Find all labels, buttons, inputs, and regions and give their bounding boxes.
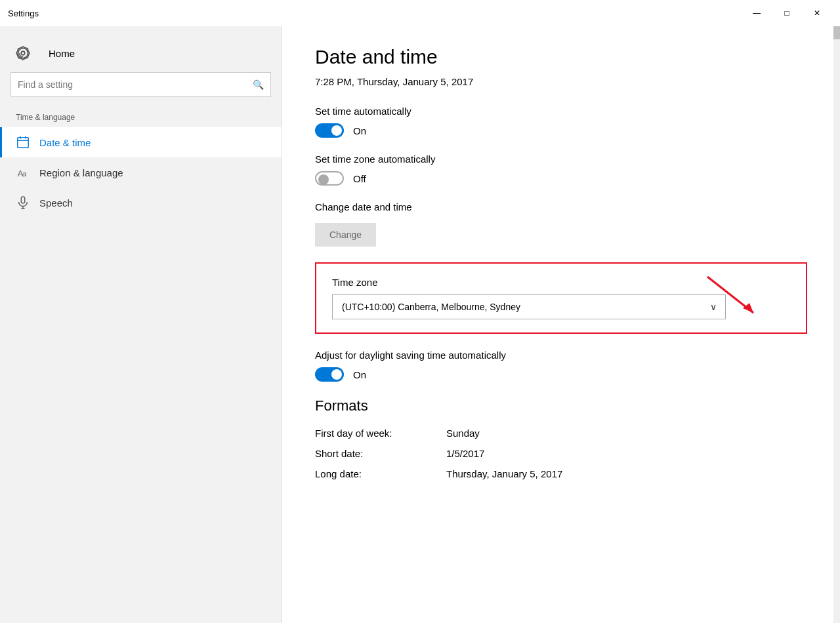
sidebar-item-date-time[interactable]: Date & time xyxy=(0,127,282,157)
daylight-thumb xyxy=(331,369,342,380)
timezone-section: Time zone (UTC+10:00) Canberra, Melbourn… xyxy=(315,262,807,334)
microphone-icon xyxy=(16,195,30,210)
app-title: Settings xyxy=(8,9,39,18)
change-date-row: Change date and time Change xyxy=(315,201,807,247)
search-box: 🔍 xyxy=(10,72,271,97)
calendar-icon xyxy=(16,135,30,150)
maximize-button[interactable]: □ xyxy=(772,3,802,24)
daylight-row: Adjust for daylight saving time automati… xyxy=(315,350,807,382)
timezone-select-wrapper: (UTC+10:00) Canberra, Melbourne, Sydney xyxy=(332,294,726,319)
svg-point-1 xyxy=(21,51,25,55)
close-button[interactable]: ✕ xyxy=(802,3,832,24)
format-long-date-val: Thursday, January 5, 2017 xyxy=(446,468,562,479)
set-timezone-auto-label: Set time zone automatically xyxy=(315,153,807,165)
set-time-auto-toggle[interactable] xyxy=(315,123,344,138)
sidebar-item-date-time-label: Date & time xyxy=(39,137,91,148)
scroll-thumb[interactable] xyxy=(833,26,840,39)
timezone-select[interactable]: (UTC+10:00) Canberra, Melbourne, Sydney xyxy=(332,294,726,319)
formats-title: Formats xyxy=(315,397,807,414)
set-time-auto-toggle-row: On xyxy=(315,123,807,138)
page-title: Date and time xyxy=(315,46,807,68)
sidebar-item-speech-label: Speech xyxy=(39,197,73,209)
minimize-button[interactable]: — xyxy=(742,3,772,24)
format-long-date-key: Long date: xyxy=(315,468,446,479)
format-first-day-val: Sunday xyxy=(446,428,480,439)
set-timezone-auto-thumb xyxy=(318,174,329,185)
format-short-date-key: Short date: xyxy=(315,448,446,459)
content-area: Date and time 7:28 PM, Thursday, January… xyxy=(282,26,840,623)
set-timezone-auto-toggle[interactable] xyxy=(315,171,344,186)
search-input[interactable] xyxy=(18,79,253,90)
daylight-toggle-row: On xyxy=(315,367,807,382)
set-time-auto-label: Set time automatically xyxy=(315,106,807,117)
daylight-state: On xyxy=(353,369,366,380)
svg-rect-2 xyxy=(18,138,29,148)
set-timezone-auto-state: Off xyxy=(353,173,366,184)
gear-icon xyxy=(16,46,30,60)
format-row-short-date: Short date: 1/5/2017 xyxy=(315,448,807,459)
sidebar-section-label: Time & language xyxy=(0,110,282,127)
sidebar-item-speech[interactable]: Speech xyxy=(0,188,282,218)
set-timezone-auto-row: Set time zone automatically Off xyxy=(315,153,807,186)
scrollbar[interactable] xyxy=(833,26,840,623)
current-time: 7:28 PM, Thursday, January 5, 2017 xyxy=(315,76,807,87)
region-icon: A a xyxy=(16,165,30,180)
set-time-auto-state: On xyxy=(353,125,366,136)
format-row-long-date: Long date: Thursday, January 5, 2017 xyxy=(315,468,807,479)
timezone-label: Time zone xyxy=(332,277,790,288)
home-label: Home xyxy=(49,48,75,59)
format-row-first-day: First day of week: Sunday xyxy=(315,428,807,439)
svg-marker-12 xyxy=(743,303,753,313)
change-date-label: Change date and time xyxy=(315,201,807,212)
svg-rect-8 xyxy=(21,197,25,203)
set-timezone-auto-toggle-row: Off xyxy=(315,171,807,186)
svg-text:a: a xyxy=(22,170,26,178)
window-controls: — □ ✕ xyxy=(742,3,832,24)
sidebar-item-region-label: Region & language xyxy=(39,167,123,178)
daylight-label: Adjust for daylight saving time automati… xyxy=(315,350,807,361)
sidebar-item-region[interactable]: A a Region & language xyxy=(0,157,282,188)
titlebar: Settings — □ ✕ xyxy=(0,0,840,26)
set-time-auto-row: Set time automatically On xyxy=(315,106,807,138)
search-icon: 🔍 xyxy=(253,79,264,90)
app-container: Home 🔍 Time & language Date & time A a xyxy=(0,26,840,623)
set-time-auto-thumb xyxy=(331,125,342,136)
sidebar-home[interactable]: Home xyxy=(0,39,282,67)
sidebar: Home 🔍 Time & language Date & time A a xyxy=(0,26,282,623)
daylight-toggle[interactable] xyxy=(315,367,344,382)
change-button[interactable]: Change xyxy=(315,223,376,247)
format-first-day-key: First day of week: xyxy=(315,428,446,439)
format-short-date-val: 1/5/2017 xyxy=(446,448,484,459)
